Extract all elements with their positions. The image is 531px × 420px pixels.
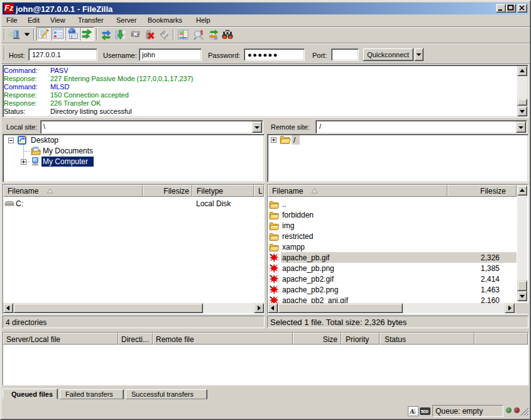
svg-text:A: A (409, 407, 414, 415)
svg-text:Fz: Fz (4, 3, 14, 13)
